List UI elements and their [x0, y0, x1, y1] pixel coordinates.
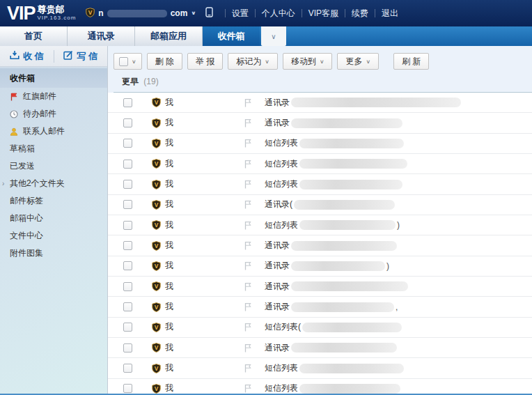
sidebar-item-其他2个文件夹[interactable]: ›其他2个文件夹	[0, 175, 107, 192]
tab-首页[interactable]: 首页	[0, 26, 68, 46]
row-checkbox[interactable]	[123, 384, 132, 393]
flag-icon[interactable]	[244, 323, 252, 332]
mail-row[interactable]: V我通讯录	[108, 277, 532, 297]
header-link-2[interactable]: 个人中心	[262, 8, 295, 20]
mail-subject[interactable]: 通讯录	[265, 281, 408, 293]
sidebar-item-label: 附件图集	[10, 247, 43, 259]
sidebar-item-草稿箱[interactable]: 草稿箱	[0, 140, 107, 157]
sidebar-item-文件中心[interactable]: 文件中心	[0, 227, 107, 245]
flag-icon[interactable]	[244, 282, 252, 291]
mail-subject[interactable]: 短信列表	[265, 382, 400, 394]
select-all-checkbox[interactable]	[119, 57, 128, 66]
group-count: (19)	[143, 77, 158, 86]
mail-row[interactable]: V我通讯录	[108, 235, 532, 256]
row-checkbox[interactable]	[123, 200, 132, 209]
mail-subject[interactable]: 短信列表(	[265, 321, 402, 333]
mail-row[interactable]: V我短信列表(	[108, 318, 532, 338]
tab-dropdown-button[interactable]: ∨	[261, 26, 286, 46]
tab-通讯录[interactable]: 通讯录	[68, 26, 135, 46]
mail-row[interactable]: V我短信列表	[108, 154, 532, 174]
mail-row[interactable]: V我通讯录	[108, 93, 532, 113]
flag-icon[interactable]	[244, 302, 252, 311]
mail-row[interactable]: V我短信列表	[108, 379, 532, 394]
sidebar-item-已发送[interactable]: 已发送	[0, 157, 107, 175]
toolbar-button-举报[interactable]: 举 报	[187, 53, 223, 70]
flag-icon[interactable]	[244, 200, 252, 209]
flag-icon[interactable]	[244, 180, 252, 189]
row-checkbox[interactable]	[123, 364, 132, 373]
row-checkbox[interactable]	[123, 98, 132, 107]
flag-icon[interactable]	[244, 160, 252, 169]
flag-icon[interactable]	[244, 98, 252, 107]
vip-mail-logo[interactable]: VIP 尊贵邮 VIP.163.com	[7, 3, 76, 24]
sidebar-item-待办邮件[interactable]: 待办邮件	[0, 105, 107, 123]
row-checkbox[interactable]	[123, 160, 132, 169]
flag-icon[interactable]	[244, 384, 252, 393]
toolbar-button-移动到[interactable]: 移动到∨	[283, 53, 333, 70]
mail-subject[interactable]: 通讯录(	[265, 199, 395, 210]
mail-subject[interactable]: 短信列表	[265, 362, 404, 374]
toolbar-button-标记为[interactable]: 标记为∨	[228, 53, 278, 70]
row-checkbox[interactable]	[123, 282, 132, 291]
toolbar-button-刷新[interactable]: 刷 新	[393, 53, 429, 70]
chevron-down-icon[interactable]: ∨	[191, 10, 196, 16]
mail-row[interactable]: V我短信列表	[108, 358, 532, 378]
mail-subject[interactable]: 通讯录	[265, 342, 397, 354]
select-all-dropdown[interactable]: ∨	[114, 53, 142, 70]
row-checkbox[interactable]	[123, 139, 132, 148]
row-checkbox[interactable]	[123, 302, 132, 311]
sidebar-item-附件图集[interactable]: 附件图集	[0, 245, 107, 262]
header-link-3[interactable]: VIP客服	[308, 8, 338, 20]
mail-subject[interactable]: 短信列表	[265, 158, 407, 170]
mail-subject[interactable]: 短信列表	[265, 178, 402, 190]
toolbar-button-删除[interactable]: 删 除	[147, 53, 182, 70]
row-checkbox[interactable]	[123, 343, 132, 353]
compose-mail-button[interactable]: 写 信	[54, 50, 108, 63]
mail-row[interactable]: V我通讯录(	[108, 195, 532, 215]
mail-row[interactable]: V我通讯录,	[108, 297, 532, 317]
sidebar-item-收件箱[interactable]: 收件箱	[0, 68, 107, 88]
flag-icon[interactable]	[244, 118, 252, 127]
sidebar-item-邮箱中心[interactable]: 邮箱中心	[0, 210, 107, 227]
row-checkbox[interactable]	[123, 221, 132, 230]
mail-row[interactable]: V我通讯录)	[108, 256, 532, 277]
mail-row[interactable]: V我通讯录	[108, 113, 532, 133]
row-checkbox[interactable]	[123, 261, 132, 270]
mail-row[interactable]: V我短信列表)	[108, 215, 532, 235]
receive-mail-button[interactable]: 收 信	[0, 50, 54, 63]
header-link-1[interactable]: 设置	[232, 8, 249, 20]
sidebar-item-联系人邮件[interactable]: 联系人邮件	[0, 123, 107, 140]
redacted-subject	[302, 323, 402, 332]
redacted-subject	[299, 384, 400, 394]
mail-subject[interactable]: 通讯录	[265, 117, 402, 129]
toolbar-button-更多[interactable]: 更多∨	[337, 53, 379, 70]
flag-icon[interactable]	[244, 261, 252, 270]
flag-icon[interactable]	[244, 241, 252, 250]
mail-subject[interactable]: 通讯录,	[265, 301, 398, 313]
flag-icon[interactable]	[244, 364, 252, 373]
sidebar-item-邮件标签[interactable]: 邮件标签	[0, 192, 107, 210]
sidebar-item-红旗邮件[interactable]: 红旗邮件	[0, 88, 107, 105]
mail-subject[interactable]: 短信列表	[265, 137, 404, 149]
row-checkbox[interactable]	[123, 180, 132, 189]
flag-icon[interactable]	[244, 221, 252, 230]
tab-邮箱应用[interactable]: 邮箱应用	[135, 26, 203, 46]
account-menu[interactable]: V n com ∨	[86, 7, 212, 20]
mobile-phone-icon[interactable]	[205, 7, 213, 20]
row-checkbox[interactable]	[123, 241, 132, 250]
mail-subject[interactable]: 短信列表)	[265, 219, 400, 231]
chevron-right-icon[interactable]: ›	[2, 180, 4, 187]
row-checkbox[interactable]	[123, 323, 132, 332]
mail-row[interactable]: V我通讯录	[108, 338, 532, 358]
mail-subject[interactable]: 通讯录	[265, 240, 397, 251]
header-link-4[interactable]: 续费	[352, 8, 368, 20]
mail-subject[interactable]: 通讯录	[265, 97, 461, 109]
flag-icon[interactable]	[244, 343, 252, 353]
row-checkbox[interactable]	[123, 118, 132, 127]
tab-收件箱[interactable]: 收件箱	[203, 26, 260, 46]
mail-row[interactable]: V我短信列表	[108, 134, 532, 154]
mail-subject[interactable]: 通讯录)	[265, 260, 389, 272]
flag-icon[interactable]	[244, 139, 252, 148]
header-link-5[interactable]: 退出	[382, 8, 398, 20]
mail-row[interactable]: V我短信列表	[108, 174, 532, 194]
